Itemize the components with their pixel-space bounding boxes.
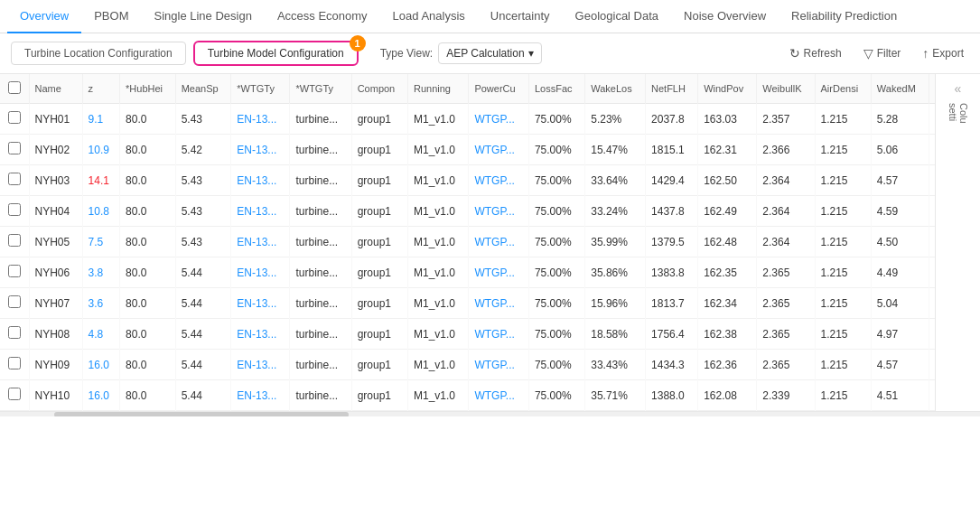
export-label: Export <box>932 47 964 60</box>
cell-running-4: M1_v1.0 <box>407 227 468 257</box>
cell-lossfac-0: 75.00% <box>528 104 584 135</box>
cell-netflh-1: 1815.1 <box>646 135 698 165</box>
table-row: NYH02 10.9 80.0 5.42 EN-13... turbine...… <box>0 135 980 165</box>
cell-netflh-6: 1813.7 <box>646 288 698 319</box>
row-checkbox-4[interactable] <box>8 234 21 247</box>
cell-z-6: 3.6 <box>82 288 120 319</box>
turbine-model-config-button[interactable]: Turbine Model Configuration <box>193 41 359 66</box>
cell-wakeloss-6: 15.96% <box>585 288 646 319</box>
cell-name-7: NYH08 <box>29 319 82 350</box>
cell-weibullk-4: 2.364 <box>757 227 815 257</box>
scrollbar-thumb <box>54 412 349 416</box>
data-table-container: Name z *HubHei MeanSp *WTGTy *WTGTy Comp… <box>0 74 980 411</box>
column-settings-label[interactable]: Colusetti <box>947 103 969 124</box>
type-view-select[interactable]: AEP Calculation ▾ <box>438 42 542 64</box>
tab-geological-data[interactable]: Geological Data <box>563 0 672 33</box>
tab-single-line[interactable]: Single Line Design <box>141 0 264 33</box>
cell-wakeloss-8: 33.43% <box>585 350 646 380</box>
col-windpower: WindPov <box>698 74 757 104</box>
cell-wtgty1-6: EN-13... <box>231 288 290 319</box>
col-z: z <box>82 74 120 104</box>
cell-z-8: 16.0 <box>82 350 120 380</box>
row-checkbox-8[interactable] <box>8 357 21 369</box>
cell-powercu-5: WTGP... <box>469 257 529 288</box>
cell-airdensity-4: 1.215 <box>815 227 871 257</box>
table-row: NYH04 10.8 80.0 5.43 EN-13... turbine...… <box>0 196 980 227</box>
cell-netflh-2: 1429.4 <box>646 165 698 196</box>
col-netflh: NetFLH <box>646 74 698 104</box>
cell-name-8: NYH09 <box>29 350 82 380</box>
cell-weibullk-1: 2.366 <box>757 135 815 165</box>
cell-wtgty1-7: EN-13... <box>231 319 290 350</box>
filter-button[interactable]: ▽ Filter <box>858 42 907 64</box>
filter-label: Filter <box>877 47 901 60</box>
tab-uncertainty[interactable]: Uncertainty <box>478 0 563 33</box>
cell-airdensity-3: 1.215 <box>815 196 871 227</box>
row-checkbox-5[interactable] <box>8 265 21 277</box>
collapse-button[interactable]: « <box>955 81 962 96</box>
cell-check-0 <box>0 104 29 135</box>
turbine-location-config-button[interactable]: Turbine Location Configuration <box>11 42 186 65</box>
refresh-button[interactable]: ↻ Refresh <box>784 42 847 64</box>
row-checkbox-0[interactable] <box>8 111 21 124</box>
table-row: NYH01 9.1 80.0 5.43 EN-13... turbine... … <box>0 104 980 135</box>
cell-wakeloss-2: 33.64% <box>585 165 646 196</box>
row-checkbox-9[interactable] <box>8 388 21 400</box>
cell-powercu-4: WTGP... <box>469 227 529 257</box>
row-checkbox-1[interactable] <box>8 142 21 154</box>
row-checkbox-6[interactable] <box>8 295 21 308</box>
row-checkbox-2[interactable] <box>8 173 21 185</box>
cell-lossfac-2: 75.00% <box>528 165 584 196</box>
cell-netflh-9: 1388.0 <box>646 380 698 411</box>
col-powercu: PowerCu <box>469 74 529 104</box>
tab-noise-overview[interactable]: Noise Overview <box>671 0 779 33</box>
row-checkbox-7[interactable] <box>8 326 21 339</box>
select-all-checkbox[interactable] <box>8 81 21 94</box>
cell-lossfac-4: 75.00% <box>528 227 584 257</box>
type-view-value: AEP Calculation <box>446 47 525 60</box>
cell-wtgty2-0: turbine... <box>290 104 351 135</box>
cell-wakedm-5: 4.49 <box>871 257 929 288</box>
table-row: NYH08 4.8 80.0 5.44 EN-13... turbine... … <box>0 319 980 350</box>
cell-meanspeed-3: 5.43 <box>175 196 231 227</box>
cell-wakedm-4: 4.50 <box>871 227 929 257</box>
cell-wtgty1-4: EN-13... <box>231 227 290 257</box>
cell-check-2 <box>0 165 29 196</box>
cell-hubheight-9: 80.0 <box>120 380 176 411</box>
cell-netflh-4: 1379.5 <box>646 227 698 257</box>
cell-check-8 <box>0 350 29 380</box>
cell-name-4: NYH05 <box>29 227 82 257</box>
row-checkbox-3[interactable] <box>8 203 21 216</box>
cell-name-9: NYH10 <box>29 380 82 411</box>
cell-powercu-9: WTGP... <box>469 380 529 411</box>
cell-check-3 <box>0 196 29 227</box>
cell-wtgty1-5: EN-13... <box>231 257 290 288</box>
cell-component-9: group1 <box>351 380 407 411</box>
tab-bar: Overview PBOM Single Line Design Access … <box>0 0 980 33</box>
cell-windpower-0: 163.03 <box>698 104 757 135</box>
tab-overview[interactable]: Overview <box>7 0 81 33</box>
cell-component-3: group1 <box>351 196 407 227</box>
cell-netflh-0: 2037.8 <box>646 104 698 135</box>
export-button[interactable]: ↑ Export <box>917 42 969 64</box>
cell-wakedm-1: 5.06 <box>871 135 929 165</box>
cell-wtgty1-2: EN-13... <box>231 165 290 196</box>
cell-z-2: 14.1 <box>82 165 120 196</box>
cell-running-0: M1_v1.0 <box>407 104 468 135</box>
tab-load-analysis[interactable]: Load Analysis <box>380 0 478 33</box>
cell-windpower-7: 162.38 <box>698 319 757 350</box>
col-hubheight: *HubHei <box>120 74 176 104</box>
table-row: NYH03 14.1 80.0 5.43 EN-13... turbine...… <box>0 165 980 196</box>
horizontal-scrollbar[interactable] <box>0 411 980 416</box>
tab-pbom[interactable]: PBOM <box>81 0 141 33</box>
cell-powercu-6: WTGP... <box>469 288 529 319</box>
cell-wtgty2-1: turbine... <box>290 135 351 165</box>
cell-airdensity-2: 1.215 <box>815 165 871 196</box>
tab-access-economy[interactable]: Access Economy <box>265 0 380 33</box>
col-name: Name <box>29 74 82 104</box>
cell-weibullk-0: 2.357 <box>757 104 815 135</box>
cell-lossfac-6: 75.00% <box>528 288 584 319</box>
cell-name-0: NYH01 <box>29 104 82 135</box>
cell-wtgty2-2: turbine... <box>290 165 351 196</box>
tab-reliability-prediction[interactable]: Reliability Prediction <box>779 0 910 33</box>
